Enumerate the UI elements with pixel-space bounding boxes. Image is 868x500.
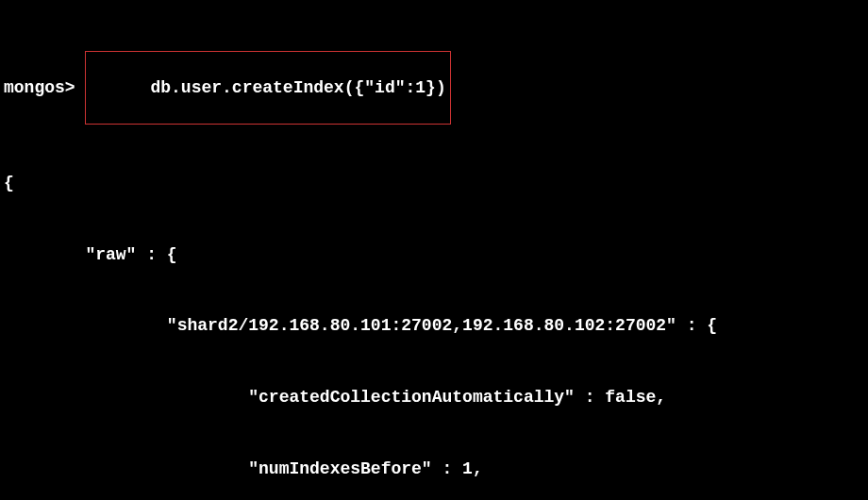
shell-prompt: mongos> bbox=[4, 76, 75, 100]
command-text: db.user.createIndex({"id":1}) bbox=[150, 78, 445, 97]
command-line: mongos> db.user.createIndex({"id":1}) bbox=[4, 51, 864, 125]
output-line: "numIndexesBefore" : 1, bbox=[4, 458, 864, 481]
terminal[interactable]: mongos> db.user.createIndex({"id":1}) { … bbox=[4, 4, 864, 500]
output-line: "shard2/192.168.80.101:27002,192.168.80.… bbox=[4, 314, 864, 338]
output-line: "createdCollectionAutomatically" : false… bbox=[4, 386, 864, 409]
output-line: { bbox=[4, 172, 864, 195]
output-line: "raw" : { bbox=[4, 243, 864, 267]
command-highlight-box: db.user.createIndex({"id":1}) bbox=[85, 51, 451, 125]
